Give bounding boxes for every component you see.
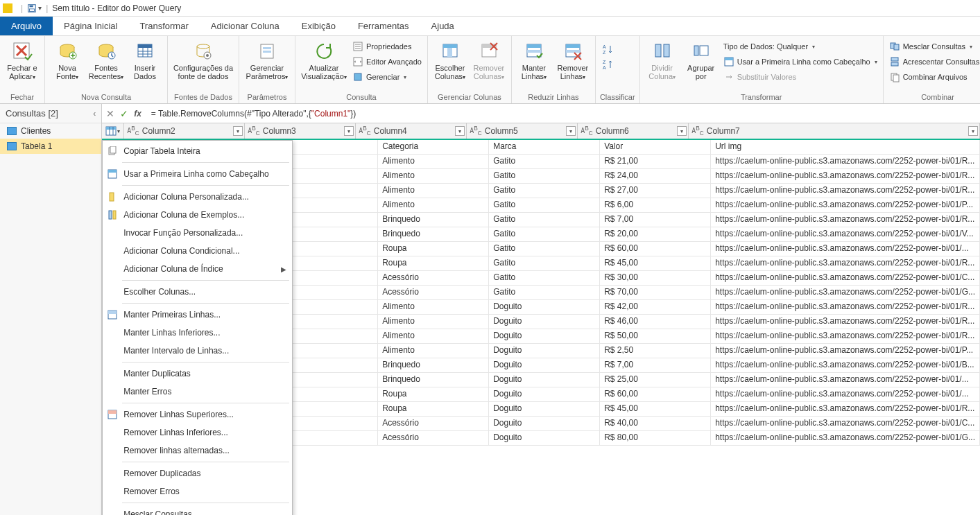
filter-icon[interactable]: ▾ [677, 126, 687, 136]
cell-valor[interactable]: R$ 70,00 [600, 286, 711, 299]
cm-manter-primeiras[interactable]: Manter Primeiras Linhas... [103, 306, 292, 324]
acrescentar-consultas-button[interactable]: Acrescentar Consultas▾ [888, 54, 980, 69]
cell-url[interactable]: https://caelum-online-public.s3.amazonaw… [711, 387, 980, 401]
remover-colunas-button[interactable]: Remover Colunas▾ [471, 37, 507, 82]
cell-valor[interactable]: R$ 2,50 [600, 344, 711, 358]
substituir-valores-button[interactable]: Substituir Valores [722, 69, 879, 85]
manter-linhas-button[interactable]: Manter Linhas▾ [516, 37, 552, 82]
cell-valor[interactable]: R$ 60,00 [600, 242, 711, 256]
tab-exibicao[interactable]: Exibição [291, 17, 347, 35]
cm-remover-erros[interactable]: Remover Erros [103, 482, 292, 500]
cell-categoria[interactable]: Acessório [378, 271, 489, 285]
tab-ferramentas[interactable]: Ferramentas [347, 17, 420, 35]
filter-icon[interactable]: ▾ [233, 126, 243, 136]
cell-url[interactable]: https://caelum-online-public.s3.amazonaw… [711, 242, 980, 256]
cell-categoria[interactable]: Roupa [378, 387, 489, 401]
cell-categoria[interactable]: Alimento [378, 155, 489, 168]
save-icon[interactable] [27, 3, 37, 13]
cell-marca[interactable]: Doguito [489, 300, 600, 314]
cell-url[interactable]: https://caelum-online-public.s3.amazonaw… [711, 417, 980, 430]
tab-ajuda[interactable]: Ajuda [420, 17, 465, 35]
cm-manter-intervalo[interactable]: Manter Intervalo de Linhas... [103, 342, 292, 360]
atualizar-button[interactable]: Atualizar Visualização▾ [300, 37, 348, 82]
tab-arquivo[interactable]: Arquivo [0, 17, 53, 35]
cm-manter-erros[interactable]: Manter Erros [103, 383, 292, 401]
nova-fonte-button[interactable]: Nova Fonte▾ [49, 37, 85, 82]
cell-url[interactable]: https://caelum-online-public.s3.amazonaw… [711, 329, 980, 343]
filter-icon[interactable]: ▾ [566, 126, 576, 136]
filter-icon[interactable]: ▾ [968, 126, 978, 136]
cell-marca[interactable]: Doguito [489, 329, 600, 343]
column-header-column6[interactable]: ABCColumn6▾ [578, 123, 689, 139]
cell-categoria[interactable]: Categoria [378, 140, 489, 154]
sort-asc-button[interactable]: AZ [600, 42, 614, 57]
combinar-arquivos-button[interactable]: Combinar Arquivos [888, 69, 980, 85]
cell-categoria[interactable]: Alimento [378, 344, 489, 358]
sort-desc-button[interactable]: ZA [600, 57, 614, 72]
cell-url[interactable]: https://caelum-online-public.s3.amazonaw… [711, 358, 980, 372]
gerenciar-button[interactable]: Gerenciar▾ [351, 69, 423, 85]
cell-valor[interactable]: R$ 50,00 [600, 329, 711, 343]
column-header-column5[interactable]: ABCColumn5▾ [467, 123, 578, 139]
cm-mesclar-consultas[interactable]: Mesclar Consultas... [103, 505, 292, 515]
cell-url[interactable]: https://caelum-online-public.s3.amazonaw… [711, 344, 980, 358]
cell-valor[interactable]: R$ 7,00 [600, 213, 711, 227]
cell-categoria[interactable]: Roupa [378, 256, 489, 270]
cm-manter-inferiores[interactable]: Manter Linhas Inferiores... [103, 324, 292, 342]
cell-marca[interactable]: Gatito [489, 184, 600, 198]
cell-url[interactable]: https://caelum-online-public.s3.amazonaw… [711, 155, 980, 168]
cell-url[interactable]: https://caelum-online-public.s3.amazonaw… [711, 300, 980, 314]
cell-marca[interactable]: Gatito [489, 227, 600, 241]
cell-categoria[interactable]: Roupa [378, 242, 489, 256]
cell-marca[interactable]: Doguito [489, 344, 600, 358]
cell-valor[interactable]: R$ 6,00 [600, 198, 711, 212]
cell-valor[interactable]: R$ 24,00 [600, 169, 711, 183]
cell-marca[interactable]: Gatito [489, 198, 600, 212]
query-item-tabela1[interactable]: Tabela 1 [0, 139, 101, 154]
accept-formula-icon[interactable]: ✓ [120, 108, 128, 119]
cell-valor[interactable]: R$ 20,00 [600, 227, 711, 241]
cm-add-indice[interactable]: Adicionar Coluna de Índice▶ [103, 260, 292, 278]
inserir-dados-button[interactable]: Inserir Dados [127, 37, 163, 80]
cell-marca[interactable]: Marca [489, 140, 600, 154]
remover-linhas-button[interactable]: Remover Linhas▾ [555, 37, 591, 82]
cell-marca[interactable]: Gatito [489, 286, 600, 299]
cell-marca[interactable]: Gatito [489, 242, 600, 256]
cell-valor[interactable]: R$ 60,00 [600, 387, 711, 401]
tab-adicionar-coluna[interactable]: Adicionar Coluna [200, 17, 291, 35]
cell-valor[interactable]: R$ 80,00 [600, 431, 711, 445]
cell-marca[interactable]: Doguito [489, 387, 600, 401]
mesclar-consultas-button[interactable]: Mesclar Consultas▾ [888, 39, 980, 54]
cell-categoria[interactable]: Alimento [378, 315, 489, 329]
formula-input[interactable]: = Table.RemoveColumns(#"Tipo Alterado",{… [147, 109, 976, 119]
cm-add-exemplos[interactable]: Adicionar Coluna de Exemplos... [103, 206, 292, 224]
cell-url[interactable]: https://caelum-online-public.s3.amazonaw… [711, 373, 980, 387]
cell-marca[interactable]: Gatito [489, 169, 600, 183]
fechar-aplicar-button[interactable]: Fechar e Aplicar▾ [4, 37, 40, 82]
tab-transformar[interactable]: Transformar [128, 17, 199, 35]
cell-marca[interactable]: Doguito [489, 373, 600, 387]
cm-copiar-tabela[interactable]: Copiar Tabela Inteira [103, 142, 292, 160]
tab-pagina-inicial[interactable]: Página Inicial [53, 17, 128, 35]
column-header-column7[interactable]: ABCColumn7▾ [689, 123, 980, 139]
fontes-recentes-button[interactable]: Fontes Recentes▾ [88, 37, 124, 82]
cell-valor[interactable]: R$ 30,00 [600, 271, 711, 285]
cm-remover-inferiores[interactable]: Remover Linhas Inferiores... [103, 424, 292, 442]
cell-valor[interactable]: Valor [600, 140, 711, 154]
cell-valor[interactable]: R$ 27,00 [600, 184, 711, 198]
cell-url[interactable]: https://caelum-online-public.s3.amazonaw… [711, 198, 980, 212]
cell-categoria[interactable]: Alimento [378, 300, 489, 314]
cell-valor[interactable]: R$ 45,00 [600, 402, 711, 416]
cm-add-personalizada[interactable]: Adicionar Coluna Personalizada... [103, 188, 292, 206]
cm-add-condicional[interactable]: Adicionar Coluna Condicional... [103, 242, 292, 260]
tipo-dados-button[interactable]: Tipo de Dados: Qualquer▾ [722, 39, 879, 54]
column-header-column4[interactable]: ABCColumn4▾ [356, 123, 467, 139]
column-header-column3[interactable]: ABCColumn3▾ [245, 123, 356, 139]
cm-invocar-funcao[interactable]: Invocar Função Personalizada... [103, 224, 292, 242]
cell-valor[interactable]: R$ 21,00 [600, 155, 711, 168]
table-corner-button[interactable]: ▾ [102, 123, 124, 139]
agrupar-por-button[interactable]: Agrupar por [683, 37, 719, 80]
cell-marca[interactable]: Doguito [489, 417, 600, 430]
propriedades-button[interactable]: Propriedades [351, 39, 423, 54]
collapse-panel-icon[interactable]: ‹ [93, 109, 96, 119]
